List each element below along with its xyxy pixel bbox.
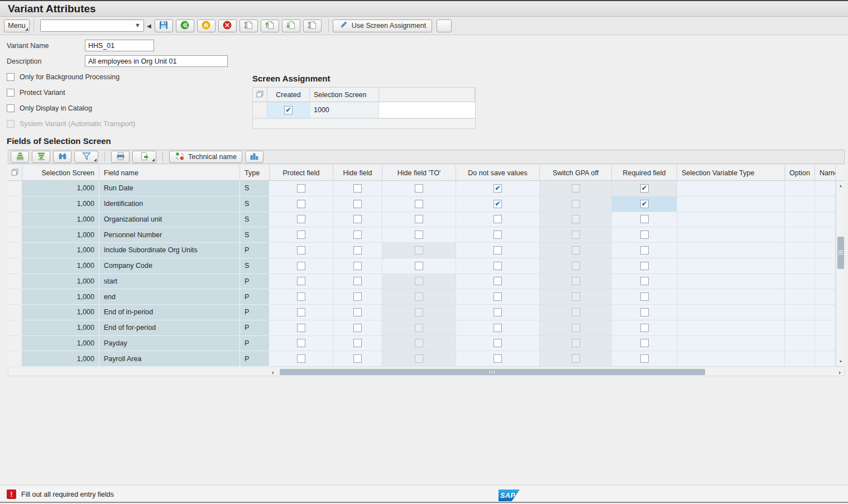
scroll-right-icon[interactable]: › (839, 368, 841, 376)
required-field-checkbox[interactable] (640, 324, 649, 332)
row-selector[interactable] (8, 227, 22, 243)
column-header[interactable]: Field name (99, 165, 240, 181)
column-header[interactable]: Selection Variable Type (677, 165, 785, 181)
row-selector[interactable] (8, 305, 22, 320)
name-cell[interactable] (815, 274, 836, 290)
column-header-created[interactable]: Created (267, 88, 310, 102)
column-header[interactable]: Required field (612, 165, 677, 181)
selection-screen-cell[interactable]: 1,000 (22, 181, 99, 196)
horizontal-scrollbar[interactable]: ‹ › (8, 368, 845, 376)
option-cell[interactable] (785, 212, 815, 228)
selection-variable-type-cell[interactable] (677, 320, 785, 336)
sort-ascending-button[interactable] (11, 151, 29, 163)
type-cell[interactable]: P (240, 243, 270, 258)
name-cell[interactable] (815, 181, 836, 196)
hide-field-to-checkbox[interactable] (415, 184, 423, 193)
field-name-cell[interactable]: End of for-period (99, 320, 240, 336)
name-cell[interactable] (815, 351, 836, 367)
selection-variable-type-cell[interactable] (677, 181, 785, 196)
first-page-button[interactable] (239, 20, 258, 32)
table-row[interactable]: 1,000End of in-periodP (8, 305, 845, 320)
protect-field-checkbox[interactable] (297, 292, 305, 301)
column-configuration-button[interactable] (245, 151, 263, 163)
do-not-save-values-checkbox[interactable] (494, 339, 502, 347)
option-checkbox[interactable] (7, 104, 15, 112)
scroll-down-icon[interactable]: ▼ (836, 357, 845, 366)
chevron-down-icon[interactable]: ▼ (135, 22, 141, 28)
command-input[interactable] (42, 21, 131, 31)
option-cell[interactable] (785, 196, 815, 212)
row-selector[interactable] (8, 243, 22, 258)
selection-screen-cell[interactable]: 1,000 (22, 274, 99, 290)
do-not-save-values-checkbox[interactable] (494, 292, 502, 301)
field-name-cell[interactable]: End of in-period (99, 305, 240, 320)
back-button[interactable] (176, 20, 194, 32)
required-field-checkbox[interactable] (640, 308, 649, 316)
selection-screen-cell[interactable]: 1,000 (22, 289, 99, 305)
do-not-save-values-checkbox[interactable] (494, 308, 502, 316)
selection-variable-type-cell[interactable] (677, 196, 785, 212)
required-field-checkbox[interactable] (640, 354, 649, 363)
table-row[interactable]: 1,000Payroll AreaP (8, 351, 845, 367)
option-cell[interactable] (785, 258, 815, 274)
row-selector[interactable] (8, 336, 22, 352)
previous-page-button[interactable] (261, 20, 279, 32)
name-cell[interactable] (815, 243, 836, 258)
row-selector[interactable] (8, 258, 22, 274)
save-button[interactable] (155, 20, 173, 32)
protect-field-checkbox[interactable] (297, 354, 305, 363)
selection-screen-cell[interactable]: 1,000 (22, 336, 99, 352)
protect-field-checkbox[interactable] (297, 262, 305, 270)
selection-variable-type-cell[interactable] (677, 351, 785, 367)
field-name-cell[interactable]: Include Subordinate Org Units (99, 243, 240, 258)
type-cell[interactable]: P (240, 351, 270, 367)
required-field-checkbox[interactable] (640, 339, 649, 347)
required-field-checkbox[interactable] (640, 292, 649, 301)
exit-button[interactable] (197, 20, 215, 32)
table-row[interactable]: 1,000startP (8, 274, 845, 290)
option-checkbox[interactable] (7, 89, 15, 97)
vertical-scrollbar[interactable]: ▲ ▼ (836, 181, 845, 367)
column-header[interactable]: Hide field (333, 165, 382, 181)
required-field-checkbox[interactable] (640, 262, 649, 270)
cancel-button[interactable] (218, 20, 237, 32)
menu-button[interactable]: Menu (4, 20, 30, 32)
hide-field-checkbox[interactable] (353, 262, 362, 270)
hide-field-checkbox[interactable] (353, 215, 362, 223)
vertical-scrollbar-thumb[interactable] (837, 237, 844, 269)
hide-field-checkbox[interactable] (353, 277, 362, 285)
option-cell[interactable] (785, 243, 815, 258)
select-all-button[interactable] (253, 88, 267, 102)
field-name-cell[interactable]: Identification (99, 196, 240, 212)
hide-field-to-checkbox[interactable] (415, 200, 423, 208)
sort-descending-button[interactable] (32, 151, 50, 163)
collapse-left-icon[interactable]: ◀ (147, 23, 151, 29)
type-cell[interactable]: S (240, 258, 270, 274)
table-row[interactable]: 1,000endP (8, 289, 845, 305)
hide-field-checkbox[interactable] (353, 184, 362, 193)
option-cell[interactable] (785, 181, 815, 196)
selection-variable-type-cell[interactable] (677, 274, 785, 290)
type-cell[interactable]: S (240, 181, 270, 196)
name-cell[interactable] (815, 227, 836, 243)
row-selector[interactable] (8, 289, 22, 305)
row-selector[interactable] (8, 196, 22, 212)
type-cell[interactable]: P (240, 336, 270, 352)
do-not-save-values-checkbox[interactable] (494, 215, 502, 223)
scroll-left-icon[interactable]: ‹ (272, 368, 274, 376)
do-not-save-values-checkbox[interactable] (494, 184, 502, 193)
table-row[interactable]: 1000 (253, 102, 475, 118)
horizontal-scrollbar-thumb[interactable] (280, 369, 705, 375)
column-header[interactable]: Do not save values (456, 165, 540, 181)
name-cell[interactable] (815, 212, 836, 228)
information-button[interactable] (437, 20, 452, 32)
created-checkbox[interactable] (284, 106, 293, 114)
type-cell[interactable]: P (240, 305, 270, 320)
selection-variable-type-cell[interactable] (677, 336, 785, 352)
row-selector[interactable] (253, 102, 267, 118)
selection-screen-cell[interactable]: 1,000 (22, 196, 99, 212)
do-not-save-values-checkbox[interactable] (494, 200, 502, 208)
hide-field-checkbox[interactable] (353, 246, 362, 255)
column-header[interactable]: Hide field 'TO' (382, 165, 456, 181)
field-name-cell[interactable]: end (99, 289, 240, 305)
